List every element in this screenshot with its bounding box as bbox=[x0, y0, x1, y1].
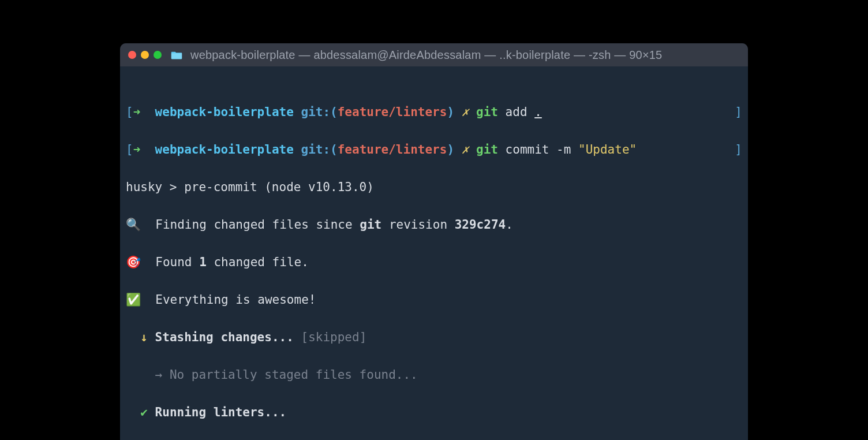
terminal-window: webpack-boilerplate — abdessalam@AirdeAb… bbox=[120, 43, 748, 440]
terminal-body[interactable]: [➜ webpack-boilerplate git:(feature/lint… bbox=[120, 66, 748, 440]
stash-line: ↓ Stashing changes... [skipped] bbox=[126, 328, 742, 347]
finding-line: 🔍 Finding changed files since git revisi… bbox=[126, 215, 742, 234]
linters-line: ✔ Running linters... bbox=[126, 403, 742, 422]
close-icon[interactable] bbox=[128, 51, 136, 59]
prompt-line-1: [➜ webpack-boilerplate git:(feature/lint… bbox=[126, 103, 742, 122]
window-title: webpack-boilerplate — abdessalam@AirdeAb… bbox=[190, 49, 662, 62]
husky-line: husky > pre-commit (node v10.13.0) bbox=[126, 178, 742, 197]
command-git: git bbox=[476, 105, 498, 119]
maximize-icon[interactable] bbox=[154, 51, 162, 59]
found-line: 🎯 Found 1 changed file. bbox=[126, 253, 742, 272]
folder-icon bbox=[171, 51, 182, 59]
awesome-line: ✅ Everything is awesome! bbox=[126, 290, 742, 310]
prompt-line-2: [➜ webpack-boilerplate git:(feature/lint… bbox=[126, 140, 742, 159]
minimize-icon[interactable] bbox=[141, 51, 149, 59]
command-git: git bbox=[476, 143, 498, 156]
titlebar[interactable]: webpack-boilerplate — abdessalam@AirdeAb… bbox=[120, 43, 748, 66]
partial-line: → No partially staged files found... bbox=[126, 366, 742, 385]
